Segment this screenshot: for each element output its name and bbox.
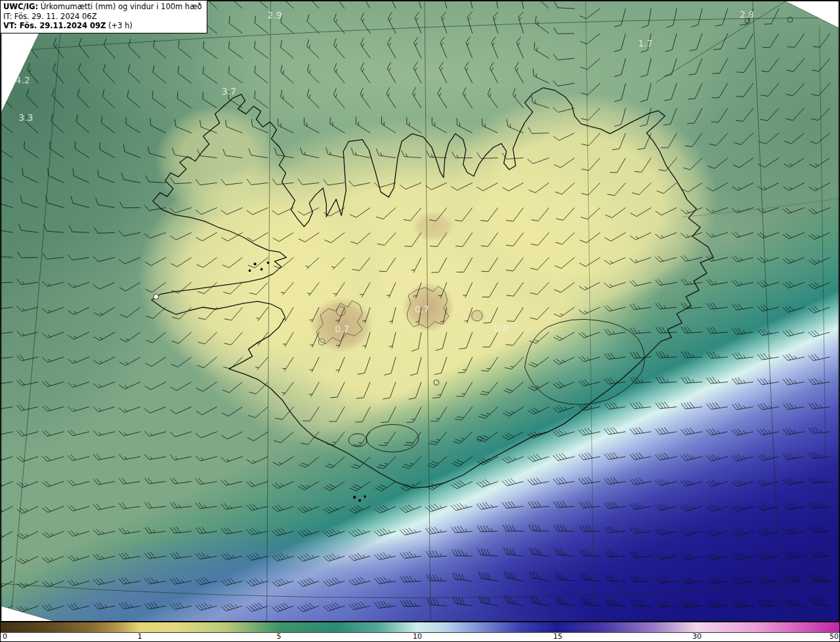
title-line-product: UWC/IG: Úrkomumætti (mm) og vindur i 100… [3, 2, 202, 12]
colorbar-gradient [1, 622, 839, 633]
colorbar-tick-label: 15 [553, 633, 562, 641]
colorbar-tick-label: 1 [138, 633, 142, 641]
model-label: UWC/IG: [3, 2, 38, 11]
title-box: UWC/IG: Úrkomumætti (mm) og vindur i 100… [1, 1, 207, 33]
svg-text:1.7: 1.7 [638, 38, 652, 49]
svg-text:0.7: 0.7 [335, 324, 349, 334]
valid-time: VT: Fös. 29.11.2024 09Z [3, 21, 106, 30]
svg-text:3.7: 3.7 [222, 86, 236, 96]
title-line-valid: VT: Fös. 29.11.2024 09Z (+3 h) [3, 21, 202, 31]
precipitation-colorbar: 01510153050 [1, 622, 839, 641]
map-svg: 2.94.23.33.71.72.80.70.70.8 [1, 1, 839, 622]
colorbar-tick-label: 30 [692, 633, 702, 641]
colorbar-tick-label: 0 [3, 633, 7, 641]
svg-text:2.8: 2.8 [740, 9, 754, 20]
weather-map-page: 2.94.23.33.71.72.80.70.70.8 UWC/IG: Úrko… [0, 0, 840, 642]
title-line-init: IT: Fös. 29. 11. 2024 06Z [3, 12, 202, 22]
product-title: Úrkomumætti (mm) og vindur i 100m hæð [41, 2, 202, 11]
valid-offset: (+3 h) [108, 21, 133, 30]
colorbar-tick-label: 5 [277, 633, 282, 641]
svg-text:0.8: 0.8 [494, 323, 509, 333]
map-area: 2.94.23.33.71.72.80.70.70.8 [1, 1, 839, 622]
svg-text:2.9: 2.9 [267, 10, 282, 20]
svg-text:0.7: 0.7 [415, 304, 429, 314]
colorbar-tick-label: 10 [413, 633, 422, 641]
colorbar-tick-label: 50 [830, 633, 839, 641]
svg-text:3.3: 3.3 [18, 112, 33, 123]
colorbar-labels: 01510153050 [1, 633, 839, 641]
